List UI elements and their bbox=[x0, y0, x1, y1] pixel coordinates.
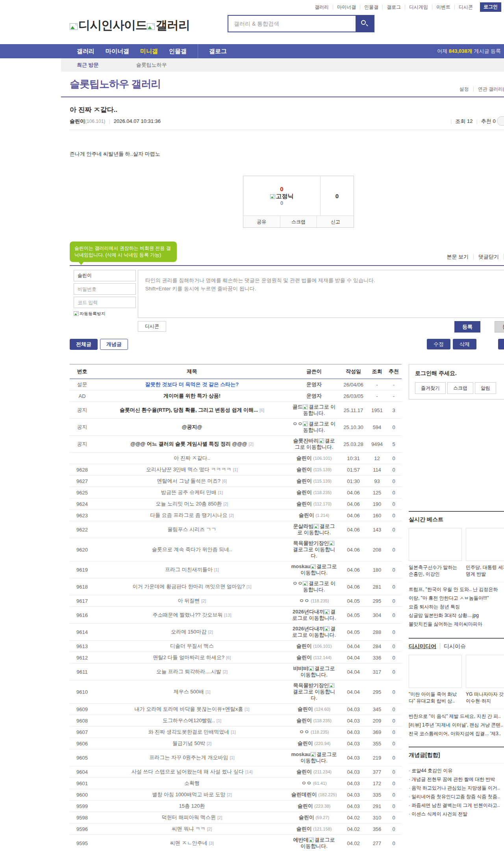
best-thumbnail[interactable] bbox=[409, 528, 462, 561]
post-link[interactable]: 이거 가운데에 황금판다 한마리 껴잇으면 얼마임? bbox=[133, 583, 245, 589]
writer-cell[interactable]: 슬린이 (118.235) bbox=[289, 715, 339, 727]
post-link[interactable]: 잘못한 것보다 더 욕먹은 것 같은 스타는? bbox=[145, 381, 239, 387]
writer-cell[interactable]: 슬린이 (115.139) bbox=[289, 464, 339, 476]
writer-cell[interactable]: 슬린이 (106.101) bbox=[289, 641, 339, 652]
gallery-header-link[interactable]: 연관 갤러리(1/0) bbox=[473, 86, 504, 92]
media-list-item[interactable]: 반찬으로 "이 음식" 제발 드세요, 지친 간 피.. bbox=[409, 712, 504, 721]
util-nav-link[interactable]: 디시콘 bbox=[454, 4, 477, 10]
post-link[interactable]: 게이머를 위한 특가 상품! bbox=[163, 393, 220, 399]
writer-cell[interactable]: 슬린데린이 (182.225) bbox=[289, 789, 339, 801]
main-nav-item-5[interactable]: 갤로그 bbox=[198, 44, 227, 58]
media-thumbnail-caption[interactable]: "이란 아이들 죽어 화났다" 유대교회 랍비 삼.. bbox=[409, 691, 462, 704]
media-thumbnail[interactable] bbox=[409, 655, 462, 688]
post-link[interactable]: 아 진짜 ㅈ같다.. bbox=[174, 455, 210, 461]
writer-cell[interactable]: 2026년다내끼갤로그로 이동합니다. bbox=[289, 607, 339, 624]
post-link[interactable]: 씨맨 뭐냐 ㅋㅋ bbox=[172, 826, 206, 832]
post-link[interactable]: 주소때문에 짤렸나?? 갓오브워 bbox=[152, 612, 222, 618]
dccon-button[interactable]: 디시콘 bbox=[138, 321, 166, 332]
post-link[interactable]: 방금뜬 공주 슈케터 만배 bbox=[161, 489, 217, 495]
login-box-button[interactable]: 알림 bbox=[475, 382, 496, 394]
writer-cell[interactable]: 슬린이 (112.144) bbox=[289, 652, 339, 663]
post-link[interactable]: @공지@ bbox=[182, 424, 202, 430]
best-thumbnail[interactable] bbox=[466, 528, 504, 561]
writer-cell[interactable]: 슬린이 (220.94) bbox=[289, 738, 339, 749]
post-link[interactable]: 오늘 프라그 퇴각하라....시발 bbox=[156, 669, 221, 674]
comment-password-field[interactable] bbox=[74, 283, 136, 295]
post-link[interactable]: 오라메 150마감 bbox=[171, 629, 206, 635]
write-button[interactable] bbox=[498, 339, 504, 349]
login-box-button[interactable]: 즐겨찾기 bbox=[415, 382, 446, 394]
dc-issue-title[interactable]: 디시이슈 bbox=[440, 643, 466, 649]
search-button[interactable] bbox=[356, 16, 374, 32]
search-input[interactable] bbox=[228, 16, 356, 32]
concept-list-item[interactable]: 로얄44 호감인 이유 bbox=[409, 766, 504, 775]
writer-cell[interactable]: 슬린이 (124.60) bbox=[289, 704, 339, 715]
concept-list-item[interactable]: 개념글 전현무 꿈에 관한 짤에 대한 반박 bbox=[409, 775, 504, 784]
post-link[interactable]: 맨탈2 다들 얼마짜리로 하세요? bbox=[153, 654, 224, 660]
writer-cell[interactable]: 슬린이 (59.27) bbox=[289, 812, 339, 823]
writer-cell[interactable]: 목욕물받기장인갤로그로 이동합니다. bbox=[289, 680, 339, 704]
util-nav-link[interactable]: 마이너갤 bbox=[333, 4, 360, 10]
post-link[interactable]: 오리사냥꾼 3만배 맥스 떴다 ㅋㅋㅋㅋ bbox=[146, 466, 232, 472]
downvote-area[interactable]: 0 bbox=[321, 176, 354, 216]
post-link[interactable]: 멘탈에서 그냥 돌석은 머죠? bbox=[157, 478, 220, 484]
concept-list-item[interactable]: 일리네어즘 첫유인디고좀 창즘 식즘 첫즘.. bbox=[409, 792, 504, 801]
writer-cell[interactable]: 슬린이 (121.158) bbox=[289, 823, 339, 835]
writer-cell[interactable]: 운살라빔갤로그로 이동합니다. bbox=[289, 521, 339, 538]
breadcrumb-gallery-tab[interactable]: 슬롯팁노하우 bbox=[136, 61, 167, 69]
delete-button[interactable]: 삭제 bbox=[453, 339, 476, 349]
writer-cell[interactable]: 슬린이 (118.235) bbox=[289, 487, 339, 498]
best-list-item[interactable]: 이랑, "아 휴전 안한다고 ㅅㅂ놈들아!!!" bbox=[409, 594, 504, 602]
post-link[interactable]: 덕헌터 해피아워 맥스윈 bbox=[162, 814, 216, 820]
post-link[interactable]: 다들 요즘 프라그로 좀 땡기시나요 bbox=[150, 512, 227, 518]
post-link[interactable]: 씨맨 ㅈㄴ안주네 bbox=[170, 840, 208, 846]
util-nav-link[interactable]: 갤로그 bbox=[382, 4, 405, 10]
util-nav-link[interactable]: 이벤트 bbox=[432, 4, 454, 10]
writer-cell[interactable]: 슬린이 (115.139) bbox=[289, 476, 339, 487]
post-link[interactable]: 디솔더 무질서 맥스 bbox=[170, 643, 214, 649]
login-button[interactable]: 로그인 bbox=[480, 2, 501, 12]
main-nav-item-4[interactable]: 인물갤 bbox=[169, 44, 187, 58]
main-nav-item-3[interactable]: 미니갤 bbox=[140, 44, 158, 58]
site-logo[interactable]: 디시인사이드갤러리 bbox=[70, 17, 190, 33]
writer-cell[interactable]: ㅇㅇ갤로그로 이동합니다. bbox=[289, 419, 339, 436]
writer-cell[interactable]: ㅇㅇ (61.41) bbox=[289, 778, 339, 789]
concept-list-item[interactable]: 콰즘세면 남친 결벽는데 그게 빈첸이라고.. bbox=[409, 801, 504, 810]
upvote-area[interactable]: 0 고정닉 0 bbox=[243, 176, 321, 216]
writer-cell[interactable]: 슬린이 (223.38) bbox=[289, 801, 339, 812]
best-list-item[interactable]: 싱글맘 일본만화 3대작 상황....jpg bbox=[409, 611, 504, 620]
writer-cell[interactable]: moskau갤로그로 이동합니다. bbox=[289, 561, 339, 578]
writer-cell[interactable]: ㅇㅇ (118.235) bbox=[289, 595, 339, 607]
media-thumbnail-caption[interactable]: YG 떠나자마자 갓.. 보? 이수현·하지 bbox=[466, 691, 504, 704]
post-link[interactable]: 소확행 bbox=[184, 780, 200, 786]
writer-cell[interactable]: 운영자 bbox=[289, 379, 339, 390]
writer-cell[interactable]: moskau갤로그로 이동합니다. bbox=[289, 749, 339, 766]
main-nav-item-2[interactable]: 마이너갤 bbox=[106, 44, 129, 58]
post-link[interactable]: 내가 오라메 토라메 바닥을 못끊는이유+멘탈x홀 bbox=[135, 706, 243, 712]
writer-cell[interactable]: 슬린이 (106.101) bbox=[289, 453, 339, 464]
dc-media-title[interactable]: 디시미디어 bbox=[409, 643, 436, 649]
post-option-toggle[interactable] bbox=[497, 116, 504, 126]
writer-cell[interactable]: 뱌뱌뱌갤로그로 이동합니다. bbox=[289, 663, 339, 680]
comment-bar-link[interactable]: 댓글닫기 bbox=[474, 254, 504, 260]
post-link[interactable]: 아 뒤질뻔 bbox=[178, 598, 200, 604]
post-link[interactable]: 프라그는 자꾸 0원주는게 개오바임 bbox=[149, 754, 228, 760]
writer-cell[interactable]: 슬린이 (112.170) bbox=[289, 498, 339, 510]
util-nav-link[interactable]: 디시게임 bbox=[405, 4, 432, 10]
media-thumbnail[interactable] bbox=[466, 655, 504, 688]
best-thumbnail-caption[interactable]: 일본축구선수가 말하는 손흥민, 이강인 bbox=[409, 564, 462, 578]
writer-cell[interactable]: ㅇㅇ갤로그로 이동합니다. bbox=[289, 578, 339, 595]
comment-submit-button[interactable]: 등록 bbox=[454, 321, 480, 333]
post-link[interactable]: @@@ 어느 갤러의 슬롯 게임사별 특징 정리 @@@ bbox=[130, 441, 247, 447]
writer-cell[interactable]: ㅇㅇ (118.235) bbox=[289, 727, 339, 738]
post-link[interactable]: 별창 아침 1000배먹고 바로 도망 bbox=[152, 792, 225, 797]
login-box-button[interactable]: 스크랩 bbox=[447, 382, 473, 394]
best-list-item[interactable]: 트럼프, "한국이 우릴 안 도와.. 난 김정은하 bbox=[409, 585, 504, 594]
comment-textarea[interactable]: 타인의 권리를 침해하거나 명예를 훼손하는 댓글은 운영원칙 및 관련 법률에… bbox=[138, 270, 504, 318]
all-posts-button[interactable]: 전체글 bbox=[70, 339, 98, 350]
vote-action-button[interactable]: 스크랩 bbox=[280, 216, 317, 227]
best-list-item[interactable]: 불맛치킨을 싫어하는 제이씨마피아 bbox=[409, 620, 504, 628]
post-link[interactable]: 월급기념 50박 bbox=[172, 740, 205, 746]
post-link[interactable]: 와 진짜 생각도못한걸로 만배먹었네 bbox=[148, 729, 229, 735]
post-link[interactable]: 올림푸스 시리즈 ㄱㄱ bbox=[167, 526, 216, 532]
